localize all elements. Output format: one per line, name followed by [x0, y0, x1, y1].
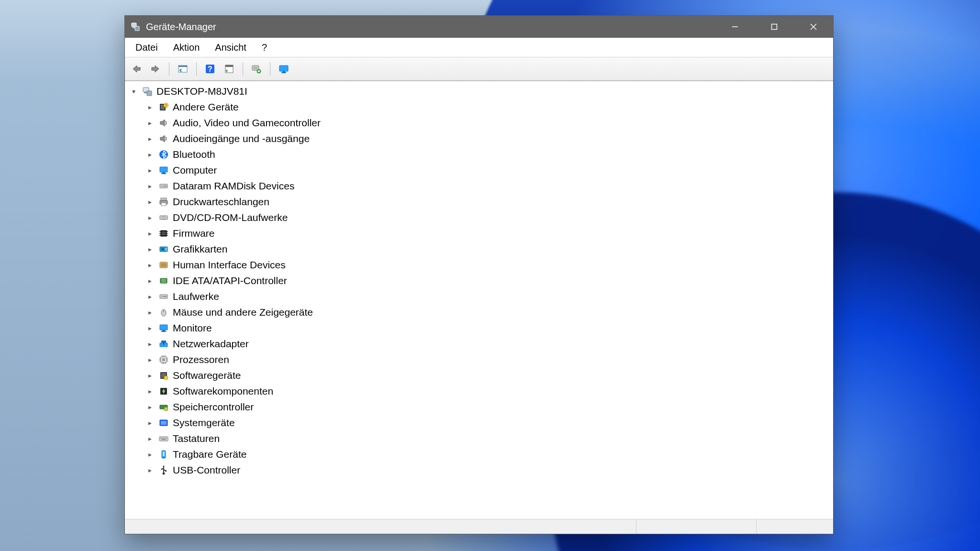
chevron-right-icon[interactable]: ▸ [145, 230, 155, 237]
maximize-button[interactable] [755, 16, 794, 38]
svg-rect-8 [178, 66, 187, 67]
svg-rect-51 [165, 248, 167, 251]
software-device-icon [158, 370, 169, 381]
chevron-right-icon[interactable]: ▸ [145, 182, 155, 190]
tree-category-node[interactable]: ▸Monitore [125, 320, 833, 336]
device-tree[interactable]: ▾DESKTOP-M8JV81I▸?Andere Geräte▸Audio, V… [125, 81, 833, 519]
tree-category-label: Tragbare Geräte [173, 449, 246, 460]
chevron-right-icon[interactable]: ▸ [145, 277, 155, 285]
tree-category-node[interactable]: ▸Computer [125, 162, 833, 178]
tree-category-node[interactable]: ▸Tastaturen [125, 430, 833, 446]
chip-dark-icon [158, 228, 169, 239]
menu-help[interactable]: ? [254, 38, 275, 57]
toolbar-properties[interactable] [221, 61, 238, 77]
bluetooth-icon [158, 149, 169, 160]
toolbar-show-hide-tree[interactable] [174, 61, 191, 77]
svg-point-100 [163, 457, 164, 458]
toolbar-scan-hardware[interactable] [248, 61, 265, 77]
sheet-icon [224, 64, 234, 74]
chevron-right-icon[interactable]: ▸ [145, 435, 155, 442]
tree-category-node[interactable]: ▸Netzwerkadapter [125, 336, 833, 352]
status-cell [636, 519, 757, 534]
tree-category-node[interactable]: ▸Grafikkarten [125, 241, 833, 257]
tree-category-label: Computer [173, 165, 217, 176]
scan-hw-icon [251, 64, 262, 74]
toolbar-devices-view[interactable] [275, 61, 292, 77]
monitor-blue-icon [158, 165, 169, 176]
chevron-right-icon[interactable]: ▸ [145, 356, 155, 364]
chevron-right-icon[interactable]: ▸ [145, 324, 155, 332]
chevron-right-icon[interactable]: ▸ [145, 372, 155, 379]
tree-category-node[interactable]: ▸Bluetooth [125, 146, 833, 162]
minimize-button[interactable] [715, 16, 755, 38]
svg-rect-91 [159, 437, 168, 441]
menu-aktion[interactable]: Aktion [166, 38, 208, 57]
tree-category-node[interactable]: ▸USB-Controller [125, 462, 833, 478]
chevron-right-icon[interactable]: ▸ [145, 419, 155, 427]
toolbar-separator [196, 62, 197, 76]
tree-category-node[interactable]: ▸Human Interface Devices [125, 257, 833, 273]
toolbar-help[interactable]: ? [201, 61, 219, 77]
chevron-right-icon[interactable]: ▸ [145, 340, 155, 348]
chevron-right-icon[interactable]: ▸ [145, 261, 155, 269]
chevron-right-icon[interactable]: ▸ [145, 151, 155, 158]
tree-category-node[interactable]: ▸Druckwarteschlangen [125, 194, 833, 209]
svg-rect-90 [161, 421, 167, 425]
chevron-right-icon[interactable]: ▸ [145, 466, 155, 474]
menu-ansicht[interactable]: Ansicht [207, 38, 254, 57]
tree-category-node[interactable]: ▸Firmware [125, 225, 833, 241]
tree-category-node[interactable]: ▸?Andere Geräte [125, 99, 833, 115]
keyboard-icon [158, 433, 169, 444]
tree-category-label: Human Interface Devices [173, 259, 286, 271]
toolbar-back[interactable] [128, 61, 145, 77]
tree-category-node[interactable]: ▸Softwaregeräte [125, 367, 833, 383]
svg-rect-12 [225, 65, 233, 67]
svg-rect-2 [135, 26, 139, 31]
tree-category-node[interactable]: ▸Mäuse und andere Zeigegeräte [125, 304, 833, 320]
chevron-right-icon[interactable]: ▸ [145, 309, 155, 316]
close-button[interactable] [794, 16, 833, 38]
svg-rect-30 [162, 172, 165, 173]
titlebar[interactable]: Geräte-Manager [125, 16, 833, 38]
tree-category-node[interactable]: ▸Audio, Video und Gamecontroller [125, 115, 833, 131]
chevron-right-icon[interactable]: ▸ [145, 245, 155, 253]
chevron-right-icon[interactable]: ▸ [145, 387, 155, 395]
chevron-right-icon[interactable]: ▸ [145, 135, 155, 143]
svg-rect-92 [160, 438, 161, 439]
computer-node-icon [142, 86, 153, 97]
tree-category-node[interactable]: ▸Laufwerke [125, 288, 833, 304]
tree-category-node[interactable]: ▸IDE ATA/ATAPI-Controller [125, 273, 833, 288]
tree-category-label: Dataram RAMDisk Devices [173, 180, 294, 192]
svg-point-88 [164, 407, 168, 411]
chevron-right-icon[interactable]: ▸ [145, 119, 155, 127]
chevron-right-icon[interactable]: ▸ [145, 403, 155, 411]
tree-category-node[interactable]: ▸Speichercontroller [125, 399, 833, 415]
menu-datei[interactable]: Datei [128, 38, 166, 57]
tree-root-node[interactable]: ▾DESKTOP-M8JV81I [125, 83, 833, 99]
tree-category-node[interactable]: ▸DVD/CD-ROM-Laufwerke [125, 209, 833, 225]
tree-category-label: Bluetooth [173, 149, 215, 160]
chevron-right-icon[interactable]: ▸ [145, 214, 155, 221]
tree-category-label: Tastaturen [173, 433, 220, 444]
arrow-right-icon [150, 64, 161, 74]
tree-category-node[interactable]: ▸Prozessoren [125, 352, 833, 367]
tree-category-node[interactable]: ▸Systemgeräte [125, 415, 833, 430]
cpu-icon [158, 354, 169, 365]
svg-rect-31 [161, 173, 166, 174]
chevron-right-icon[interactable]: ▸ [145, 198, 155, 206]
chevron-down-icon[interactable]: ▾ [129, 88, 138, 95]
window-title: Geräte-Manager [146, 22, 216, 33]
chevron-right-icon[interactable]: ▸ [145, 451, 155, 458]
chevron-right-icon[interactable]: ▸ [145, 293, 155, 300]
tree-category-node[interactable]: ▸Audioeingänge und -ausgänge [125, 131, 833, 146]
svg-rect-34 [163, 186, 167, 187]
tree-category-node[interactable]: ▸Dataram RAMDisk Devices [125, 178, 833, 194]
device-manager-window: Geräte-Manager Datei Aktion Ansicht ? [124, 15, 834, 534]
toolbar-forward[interactable] [147, 61, 164, 77]
chevron-right-icon[interactable]: ▸ [145, 103, 155, 111]
tree-category-node[interactable]: ▸Softwarekomponenten [125, 383, 833, 399]
tree-category-node[interactable]: ▸Tragbare Geräte [125, 446, 833, 462]
svg-rect-42 [162, 231, 166, 235]
tree-category-label: Andere Geräte [173, 101, 239, 113]
chevron-right-icon[interactable]: ▸ [145, 166, 155, 174]
